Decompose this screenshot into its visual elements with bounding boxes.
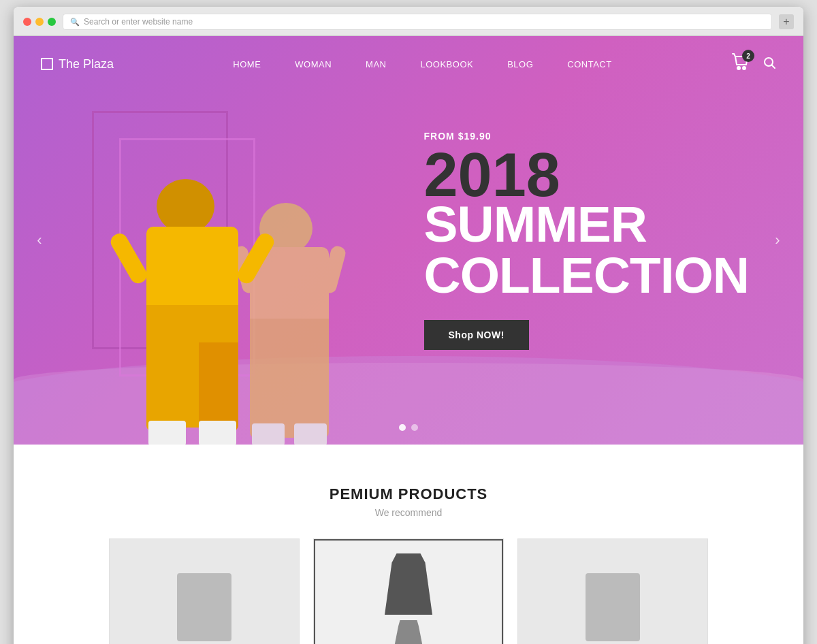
address-bar[interactable]: 🔍 Search or enter website name [63, 14, 772, 30]
nav-item-woman[interactable]: WOMAN [295, 58, 332, 70]
svg-point-0 [737, 67, 740, 69]
shop-now-button[interactable]: Shop NOW! [424, 320, 529, 350]
search-button[interactable] [763, 56, 776, 73]
product-card-img-1 [110, 539, 299, 644]
logo-text: The Plaza [59, 57, 114, 71]
product-card-2[interactable] [313, 538, 504, 644]
hero-title-line1: SUMMER [424, 199, 749, 250]
svg-point-1 [743, 67, 746, 69]
browser-window: 🔍 Search or enter website name + The Pla… [14, 7, 803, 644]
nav-item-contact[interactable]: CONTACT [567, 58, 611, 70]
minimize-dot[interactable] [35, 18, 44, 26]
browser-chrome: 🔍 Search or enter website name + [14, 7, 803, 36]
slider-prev-button[interactable]: ‹ [27, 228, 52, 253]
search-icon: 🔍 [70, 18, 80, 27]
nav-link-contact[interactable]: CONTACT [567, 59, 611, 69]
browser-dots [23, 18, 56, 26]
hero-models [129, 152, 344, 445]
slider-dots [399, 424, 418, 431]
nav-item-man[interactable]: MAN [366, 58, 386, 70]
logo-icon [41, 58, 53, 70]
products-section: PEMIUM PRODUCTS We recommend [14, 445, 803, 644]
product-card-3[interactable] [517, 538, 708, 644]
nav-links: HOME WOMAN MAN LOOKBOOK BLOG CONTACT [114, 58, 731, 70]
hero-title-line2: COLLECTION [424, 250, 749, 301]
nav-link-man[interactable]: MAN [366, 59, 386, 69]
slider-dot-2[interactable] [411, 424, 418, 431]
slider-next-button[interactable]: › [765, 228, 790, 253]
nav-item-lookbook[interactable]: LOOKBOOK [421, 58, 474, 70]
slider-dot-1[interactable] [399, 424, 406, 431]
nav-link-woman[interactable]: WOMAN [295, 59, 332, 69]
product-card-img-3 [518, 539, 707, 644]
svg-line-3 [772, 65, 775, 68]
search-icon [763, 56, 776, 69]
nav-actions: 2 [731, 52, 776, 76]
nav-link-blog[interactable]: BLOG [507, 59, 533, 69]
model-yellow [129, 152, 255, 445]
cart-badge: 2 [742, 50, 754, 62]
nav-item-home[interactable]: HOME [233, 58, 261, 70]
new-tab-button[interactable]: + [779, 14, 794, 29]
product-card-img-2 [314, 539, 503, 644]
hero-from-price: FROM $19.90 [424, 131, 749, 142]
products-title: PEMIUM PRODUCTS [41, 485, 776, 503]
hero-content: FROM $19.90 2018 SUMMER COLLECTION Shop … [424, 131, 749, 350]
hero-section: The Plaza HOME WOMAN MAN LOOKBOOK BLOG C… [14, 36, 803, 445]
close-dot[interactable] [23, 18, 31, 26]
product-card-1[interactable] [109, 538, 300, 644]
nav-link-home[interactable]: HOME [233, 59, 261, 69]
navbar: The Plaza HOME WOMAN MAN LOOKBOOK BLOG C… [14, 36, 803, 92]
products-subtitle: We recommend [41, 507, 776, 518]
site-logo[interactable]: The Plaza [41, 57, 114, 71]
nav-item-blog[interactable]: BLOG [507, 58, 533, 70]
products-grid [41, 538, 776, 644]
address-text: Search or enter website name [84, 17, 193, 27]
cart-button[interactable]: 2 [731, 52, 752, 76]
nav-link-lookbook[interactable]: LOOKBOOK [421, 59, 474, 69]
maximize-dot[interactable] [48, 18, 56, 26]
